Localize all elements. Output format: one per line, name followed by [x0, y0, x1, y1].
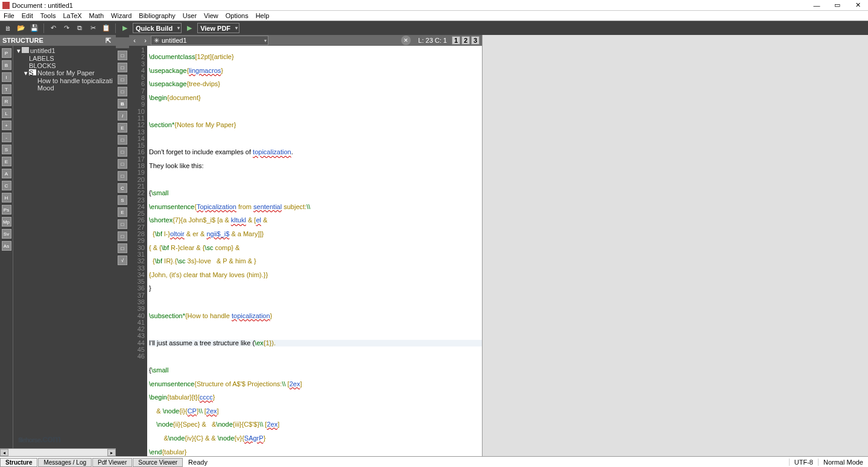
- save-icon[interactable]: 💾: [29, 23, 40, 34]
- status-encoding: UTF-8: [789, 459, 818, 466]
- panel-2-button[interactable]: 2: [461, 36, 470, 45]
- paste-icon[interactable]: 📋: [101, 23, 112, 34]
- nav-back-icon[interactable]: ‹: [129, 36, 140, 45]
- run2-icon[interactable]: ▶: [184, 23, 195, 34]
- symbol-icon-10[interactable]: A: [2, 169, 11, 178]
- nav-fwd-icon[interactable]: ›: [140, 36, 151, 45]
- menu-latex[interactable]: LaTeX: [59, 12, 85, 19]
- line-gutter: 1234567891011121314151617181920212223242…: [129, 46, 147, 456]
- symbol-icon-16[interactable]: As: [2, 241, 11, 251]
- symbol-icon-3[interactable]: T: [2, 84, 11, 94]
- structure-panel: STRUCTURE ⇱ P B I T R L + - S E A C H Ps…: [0, 35, 116, 456]
- maximize-button[interactable]: ▭: [827, 0, 847, 10]
- symbol-icon-8[interactable]: S: [2, 145, 11, 154]
- tree-notes[interactable]: ▾SNotes for My Paper: [14, 69, 115, 77]
- symbol-icon-15[interactable]: Sv: [2, 229, 11, 239]
- editbar-icon-10[interactable]: □: [118, 171, 127, 181]
- tree-labels[interactable]: LABELS: [14, 55, 115, 62]
- code-area[interactable]: \documentclass[12pt]{article} \usepackag…: [147, 46, 482, 456]
- tree-blocks[interactable]: BLOCKS: [14, 62, 115, 69]
- symbol-icon-1[interactable]: B: [2, 60, 11, 70]
- run-icon[interactable]: ▶: [119, 23, 130, 34]
- structure-title: STRUCTURE ⇱: [0, 35, 116, 46]
- editbar-icon-13[interactable]: E: [118, 207, 127, 217]
- editbar-icon-16[interactable]: □: [118, 243, 127, 253]
- symbol-icon-4[interactable]: R: [2, 96, 11, 106]
- editor-sidebar: □ □ □ □ B I E □ □ □ □ C S E □ □ □ √: [116, 35, 129, 456]
- close-button[interactable]: ✕: [847, 0, 868, 10]
- editbar-icon-9[interactable]: □: [118, 159, 127, 169]
- panel-3-button[interactable]: 3: [471, 36, 480, 45]
- editbar-icon-2[interactable]: □: [118, 75, 127, 84]
- editbar-icon-11[interactable]: C: [118, 183, 127, 193]
- editbar-icon-0[interactable]: □: [118, 51, 127, 60]
- structure-scrollbar[interactable]: ◂ ▸: [0, 448, 116, 456]
- editbar-icon-3[interactable]: □: [118, 87, 127, 96]
- editbar-italic-icon[interactable]: I: [118, 111, 127, 121]
- editor-header: ‹ › ✳untitled1 ✕ L: 23 C: 1 1 2 3: [129, 35, 482, 46]
- undo-icon[interactable]: ↶: [48, 23, 59, 34]
- open-icon[interactable]: 📂: [16, 23, 27, 34]
- close-doc-icon[interactable]: ✕: [401, 36, 411, 45]
- quickbuild-combo[interactable]: Quick Build: [133, 23, 182, 33]
- cut-icon[interactable]: ✂: [87, 23, 98, 34]
- menu-view[interactable]: View: [200, 12, 222, 19]
- panel-1-button[interactable]: 1: [452, 36, 460, 45]
- editbar-icon-17[interactable]: √: [118, 255, 127, 265]
- app-icon: [2, 2, 10, 9]
- new-icon[interactable]: 🗎: [2, 23, 13, 34]
- tab-structure[interactable]: Structure: [0, 458, 37, 467]
- editbar-icon-8[interactable]: □: [118, 147, 127, 157]
- scroll-right-icon[interactable]: ▸: [107, 449, 116, 456]
- tab-messages[interactable]: Messages / Log: [38, 458, 92, 467]
- symbol-icon-13[interactable]: Ps: [2, 205, 11, 215]
- viewpdf-combo[interactable]: View PDF: [197, 23, 239, 33]
- editbar-icon-12[interactable]: S: [118, 195, 127, 205]
- symbol-icon-9[interactable]: E: [2, 157, 11, 166]
- editbar-icon-14[interactable]: □: [118, 219, 127, 229]
- minimize-button[interactable]: —: [806, 0, 827, 10]
- menu-math[interactable]: Math: [86, 12, 107, 19]
- menu-bibliography[interactable]: Bibliography: [135, 12, 179, 19]
- symbol-icon-7[interactable]: -: [2, 133, 11, 142]
- editbar-bold-icon[interactable]: B: [118, 99, 127, 108]
- cursor-position: L: 23 C: 1: [416, 37, 449, 44]
- editbar-icon-7[interactable]: □: [118, 135, 127, 145]
- tree-topicalization[interactable]: How to handle topicalizati: [14, 77, 115, 84]
- menu-tools[interactable]: Tools: [37, 12, 60, 19]
- symbol-icon-11[interactable]: C: [2, 181, 11, 190]
- symbol-icon-14[interactable]: Mp: [2, 217, 11, 227]
- document-selector[interactable]: ✳untitled1: [151, 36, 268, 45]
- window-title: Document : untitled1: [12, 2, 806, 9]
- menu-file[interactable]: File: [0, 12, 18, 19]
- copy-icon[interactable]: ⧉: [74, 23, 85, 34]
- tree-doc[interactable]: ▾untitled1: [14, 47, 115, 55]
- tree-mood[interactable]: Mood: [14, 84, 115, 92]
- structure-title-text: STRUCTURE: [2, 37, 43, 44]
- editbar-icon-1[interactable]: □: [118, 63, 127, 72]
- tab-pdfviewer[interactable]: Pdf Viewer: [92, 458, 132, 467]
- symbol-icon-0[interactable]: P: [2, 48, 11, 58]
- left-symbol-bar: P B I T R L + - S E A C H Ps Mp Sv As: [0, 46, 13, 448]
- preview-panel: [482, 35, 868, 456]
- symbol-icon-12[interactable]: H: [2, 193, 11, 202]
- redo-icon[interactable]: ↷: [61, 23, 72, 34]
- menu-edit[interactable]: Edit: [18, 12, 37, 19]
- status-ready: Ready: [183, 459, 212, 466]
- main-toolbar: 🗎 📂 💾 ↶ ↷ ⧉ ✂ 📋 ▶ Quick Build ▶ View PDF: [0, 21, 868, 35]
- symbol-icon-2[interactable]: I: [2, 72, 11, 82]
- symbol-icon-6[interactable]: +: [2, 121, 11, 130]
- bottom-tabs: Structure Messages / Log Pdf Viewer Sour…: [0, 456, 868, 467]
- menu-user[interactable]: User: [179, 12, 200, 19]
- menu-help[interactable]: Help: [252, 12, 273, 19]
- menu-options[interactable]: Options: [222, 12, 252, 19]
- editbar-icon-15[interactable]: □: [118, 231, 127, 241]
- menu-wizard[interactable]: Wizard: [107, 12, 135, 19]
- symbol-icon-5[interactable]: L: [2, 108, 11, 118]
- titlebar: Document : untitled1 — ▭ ✕: [0, 0, 868, 11]
- tab-sourceviewer[interactable]: Source Viewer: [133, 458, 183, 467]
- editbar-emph-icon[interactable]: E: [118, 123, 127, 133]
- collapse-icon[interactable]: ⇱: [103, 36, 113, 45]
- code-editor[interactable]: 1234567891011121314151617181920212223242…: [129, 46, 482, 456]
- scroll-left-icon[interactable]: ◂: [0, 449, 8, 456]
